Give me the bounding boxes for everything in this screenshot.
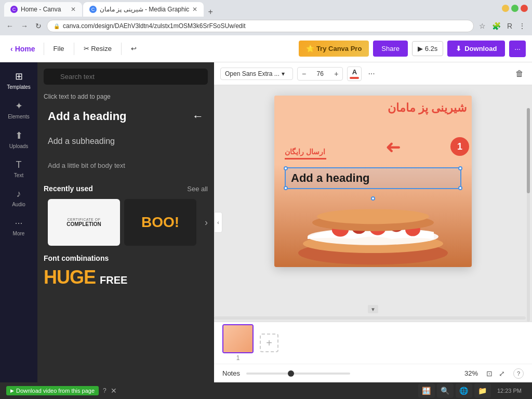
font-size-control: − 76 + [297,67,343,81]
share-button[interactable]: Share [373,41,408,57]
forward-button[interactable]: → [19,21,30,31]
search-wrapper: 🔍 [44,69,208,85]
close-window-button[interactable] [521,5,528,12]
minimize-button[interactable] [502,5,509,12]
download-bar-close-button[interactable]: ✕ [111,387,117,395]
free-label: FREE [100,274,127,286]
font-dropdown-icon: ▾ [282,70,285,77]
canvas-scroll-area[interactable]: شیرینی پز مامان ارسال رایگان Add a headi… [214,85,532,322]
font-name-label: Open Sans Extra ... [225,70,280,77]
tab-design[interactable]: C شیرینی پز مامان - Media Graphic ✕ [83,2,204,17]
annotation-number: 1 [457,141,462,152]
search-input[interactable] [44,69,208,85]
address-bar[interactable]: 🔒 canva.com/design/DAEhV3ldtn4/zulstx1mO… [47,20,474,32]
boo-template[interactable]: BOO! [124,199,196,246]
lock-icon: 🔒 [54,23,60,29]
try-canva-pro-button[interactable]: ⭐ Try Canva Pro [299,41,369,57]
taskbar-item-3[interactable]: 🌐 [456,383,472,398]
taskbar-item-1[interactable]: 🪟 [418,383,435,398]
bookmark-button[interactable]: ☆ [477,21,488,31]
vertical-scroll-thumb[interactable] [527,108,530,193]
cert-title-label: CERTIFICATE OF [68,218,101,221]
text-icon: T [16,159,22,170]
sidebar-item-text-label: Text [14,172,23,178]
taskbar-time: 12:23 PM [497,388,522,394]
sidebar-item-elements-label: Elements [8,114,30,119]
collapse-panel-button[interactable]: ‹ [214,212,222,233]
add-body-option[interactable]: Add a little bit of body text [42,154,210,176]
fullscreen-button[interactable]: ⤢ [497,368,507,379]
canvas-area: Open Sans Extra ... ▾ − 76 + A ··· 🗑 [214,62,532,382]
download-video-button[interactable]: ▶ Download video from this page [6,386,99,395]
vertical-scrollbar[interactable] [527,108,530,322]
more-options-button[interactable]: ··· [509,41,526,57]
huge-label: HUGE [44,267,96,288]
tab-home-label: Home - Canva [21,6,61,13]
slide-thumb-image [223,325,252,352]
notes-slider[interactable] [246,373,350,375]
add-slide-button[interactable]: + [260,334,278,352]
handle-top-left[interactable] [284,166,288,170]
sidebar-item-uploads[interactable]: ⬆ Uploads [2,126,35,153]
font-size-increase-button[interactable]: + [330,68,342,80]
resize-button[interactable]: ✂ Resize [78,42,117,56]
sidebar-item-elements[interactable]: ✦ Elements [2,96,35,124]
play-icon: ▶ [10,388,14,393]
add-subheading-option[interactable]: Add a subheading [42,130,210,152]
extensions-button[interactable]: 🧩 [490,21,503,31]
sidebar-item-audio[interactable]: ♪ Audio [2,184,35,211]
tab-home[interactable]: C Home - Canva ✕ [4,2,82,17]
sidebar-item-more[interactable]: ··· More [2,214,35,241]
zoom-level-label: 32% [464,369,478,377]
menu-button[interactable]: ⋮ [516,21,528,31]
maximize-button[interactable] [511,5,518,12]
design-favicon: C [89,6,97,13]
taskbar-item-4[interactable]: 📁 [474,383,491,398]
undo-button[interactable]: ↩ [126,42,142,56]
profile-button[interactable]: R [505,21,514,31]
view-controls: ⊡ ⤢ [484,368,507,379]
window-controls [502,5,528,12]
handle-top-right[interactable] [458,166,462,170]
more-text-options-button[interactable]: ··· [366,67,377,81]
help-button[interactable]: ? [513,368,524,379]
address-text: canva.com/design/DAEhV3ldtn4/zulstx1mOSM… [63,22,246,30]
bottom-panel: 1 + Notes 32% ⊡ ⤢ ? [214,322,532,382]
add-heading-option[interactable]: Add a heading ← [42,104,210,128]
delete-element-button[interactable]: 🗑 [513,67,526,81]
design-card[interactable]: شیرینی پز مامان ارسال رایگان Add a headi… [274,96,472,267]
timer-button[interactable]: ▶ 6.2s [412,41,443,56]
download-question-button[interactable]: ? [103,387,107,394]
file-button[interactable]: File [48,42,70,56]
horizontal-scrollbar[interactable] [214,316,526,320]
sidebar-item-text[interactable]: T Text [2,155,35,182]
certificate-template[interactable]: CERTIFICATE OF COMPLETION [48,199,120,246]
see-all-button[interactable]: See all [187,185,208,193]
home-button[interactable]: ‹ Home [6,45,39,53]
fit-page-button[interactable]: ⊡ [484,368,495,379]
refresh-button[interactable]: ↻ [33,21,44,31]
download-video-bar: ▶ Download video from this page ? ✕ 🪟 🔍 … [0,382,532,399]
text-color-button[interactable]: A [347,66,362,81]
slide-strip: 1 + [214,322,532,364]
slide-number-label: 1 [236,354,240,362]
tab-design-close[interactable]: ✕ [192,6,197,13]
notes-slider-thumb[interactable] [288,370,294,377]
sidebar-item-templates[interactable]: ⊞ Templates [2,66,35,94]
canva-favicon: C [10,6,18,13]
elements-icon: ✦ [15,100,23,112]
templates-arrow-icon[interactable]: › [203,217,210,228]
sidebar-item-audio-label: Audio [12,202,25,207]
heading-arrow-icon: ← [192,110,204,123]
search-bar: 🔍 [44,69,208,85]
font-toolbar: Open Sans Extra ... ▾ − 76 + A ··· 🗑 [214,62,532,85]
back-button[interactable]: ← [4,21,16,31]
taskbar-item-2[interactable]: 🔍 [437,383,454,398]
download-button[interactable]: ⬇ Download [447,41,505,57]
new-tab-button[interactable]: + [205,7,216,17]
font-size-decrease-button[interactable]: − [298,68,310,80]
expand-bottom-button[interactable]: ▼ [368,305,378,313]
tab-home-close[interactable]: ✕ [71,6,76,13]
font-select[interactable]: Open Sans Extra ... ▾ [220,68,293,80]
slide-thumbnail-1[interactable] [222,324,254,353]
